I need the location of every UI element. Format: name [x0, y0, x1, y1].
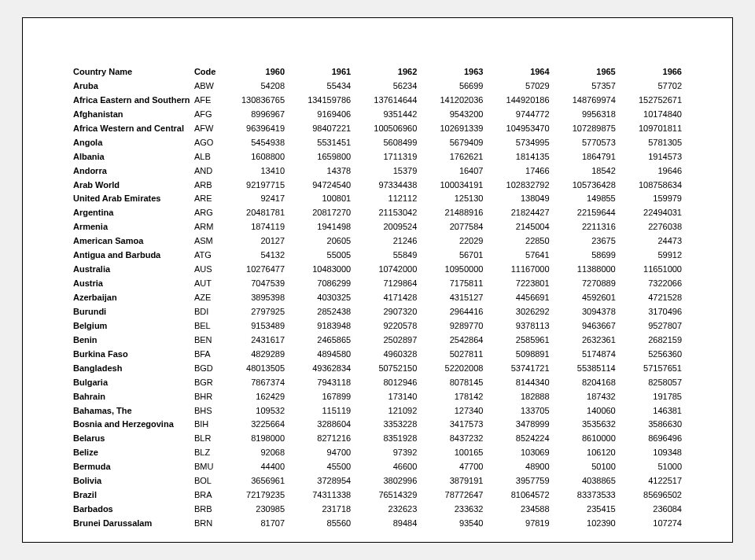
cell-value: 11651000	[619, 263, 685, 277]
cell-value: 2797925	[222, 305, 288, 319]
cell-value: 7270889	[553, 277, 619, 291]
table-row: AlbaniaALB160880016598001711319176262118…	[70, 150, 685, 164]
cell-country-name: Belize	[70, 446, 191, 460]
cell-value: 137614644	[354, 94, 420, 108]
cell-value: 10276477	[222, 263, 288, 277]
cell-value: 235415	[553, 503, 619, 517]
cell-value: 231718	[288, 503, 354, 517]
cell-value: 97819	[486, 517, 552, 531]
cell-value: 1762621	[420, 150, 486, 164]
cell-country-name: Australia	[70, 263, 191, 277]
table-row: AustraliaAUS1027647710483000107420001095…	[70, 263, 685, 277]
cell-value: 5174874	[553, 348, 619, 362]
cell-value: 96396419	[222, 122, 288, 136]
cell-value: 5608499	[354, 136, 420, 150]
cell-value: 3586630	[619, 418, 685, 432]
cell-value: 1941498	[288, 220, 354, 234]
cell-value: 9289770	[420, 319, 486, 333]
cell-code: BIH	[191, 418, 222, 432]
cell-value: 85696502	[619, 488, 685, 503]
cell-value: 55849	[354, 249, 420, 263]
table-row: American SamoaASM20127206052124622029228…	[70, 234, 685, 249]
cell-country-name: Benin	[70, 333, 191, 348]
cell-value: 44400	[222, 460, 288, 474]
table-row: Africa Eastern and SouthernAFE1308367651…	[70, 94, 685, 108]
cell-value: 48013505	[222, 362, 288, 376]
cell-country-name: Belgium	[70, 319, 191, 333]
cell-value: 2964416	[420, 305, 486, 319]
cell-value: 149855	[553, 192, 619, 206]
cell-value: 78772647	[420, 488, 486, 503]
cell-code: BGR	[191, 376, 222, 390]
cell-value: 2632361	[553, 333, 619, 348]
cell-country-name: Bangladesh	[70, 362, 191, 376]
col-header-year: 1961	[288, 65, 354, 79]
cell-country-name: Antigua and Barbuda	[70, 249, 191, 263]
cell-value: 52202008	[420, 362, 486, 376]
cell-value: 178142	[420, 390, 486, 404]
col-header-code: Code	[191, 65, 222, 79]
cell-value: 138049	[486, 192, 552, 206]
cell-country-name: Belarus	[70, 432, 191, 446]
cell-country-name: Burundi	[70, 305, 191, 319]
cell-value: 20481781	[222, 206, 288, 220]
cell-value: 102832792	[486, 179, 552, 193]
cell-value: 2585961	[486, 333, 552, 348]
table-row: Burkina FasoBFA4829289489458049603285027…	[70, 348, 685, 362]
cell-country-name: Andorra	[70, 164, 191, 179]
table-row: United Arab EmiratesARE92417100801112112…	[70, 192, 685, 206]
cell-value: 7943118	[288, 376, 354, 390]
table-row: Antigua and BarbudaATG541325500555849567…	[70, 249, 685, 263]
cell-value: 21824427	[486, 206, 552, 220]
cell-country-name: Bolivia	[70, 474, 191, 488]
table-row: BahrainBHR162429167899173140178142182888…	[70, 390, 685, 404]
col-header-year: 1964	[486, 65, 552, 79]
cell-value: 107289875	[553, 122, 619, 136]
cell-value: 21488916	[420, 206, 486, 220]
cell-value: 3288604	[288, 418, 354, 432]
cell-value: 57357	[553, 79, 619, 94]
cell-value: 102691339	[420, 122, 486, 136]
cell-country-name: Brunei Darussalam	[70, 517, 191, 531]
cell-code: BMU	[191, 460, 222, 474]
cell-value: 187432	[553, 390, 619, 404]
cell-code: AGO	[191, 136, 222, 150]
cell-country-name: Bermuda	[70, 460, 191, 474]
cell-value: 2431617	[222, 333, 288, 348]
cell-value: 48900	[486, 460, 552, 474]
table-row: BelarusBLR819800082712168351928843723285…	[70, 432, 685, 446]
cell-value: 20605	[288, 234, 354, 249]
cell-value: 8144340	[486, 376, 552, 390]
cell-value: 55005	[288, 249, 354, 263]
cell-value: 57702	[619, 79, 685, 94]
cell-value: 2465865	[288, 333, 354, 348]
cell-value: 2009524	[354, 220, 420, 234]
cell-value: 162429	[222, 390, 288, 404]
cell-value: 2276038	[619, 220, 685, 234]
cell-value: 97392	[354, 446, 420, 460]
cell-value: 3535632	[553, 418, 619, 432]
table-row: AndorraAND134101437815379164071746618542…	[70, 164, 685, 179]
cell-value: 5256360	[619, 348, 685, 362]
cell-value: 10174840	[619, 108, 685, 122]
cell-code: AUT	[191, 277, 222, 291]
cell-value: 103069	[486, 446, 552, 460]
cell-value: 8271216	[288, 432, 354, 446]
cell-country-name: Burkina Faso	[70, 348, 191, 362]
cell-code: BEL	[191, 319, 222, 333]
cell-value: 148769974	[553, 94, 619, 108]
cell-value: 109532	[222, 404, 288, 418]
cell-value: 8258057	[619, 376, 685, 390]
cell-code: BLZ	[191, 446, 222, 460]
cell-value: 3802996	[354, 474, 420, 488]
cell-value: 106120	[553, 446, 619, 460]
cell-value: 3170496	[619, 305, 685, 319]
cell-value: 57157651	[619, 362, 685, 376]
cell-value: 22159644	[553, 206, 619, 220]
col-header-year: 1966	[619, 65, 685, 79]
cell-value: 5770573	[553, 136, 619, 150]
cell-value: 57641	[486, 249, 552, 263]
cell-value: 81064572	[486, 488, 552, 503]
cell-code: BHR	[191, 390, 222, 404]
cell-value: 234588	[486, 503, 552, 517]
